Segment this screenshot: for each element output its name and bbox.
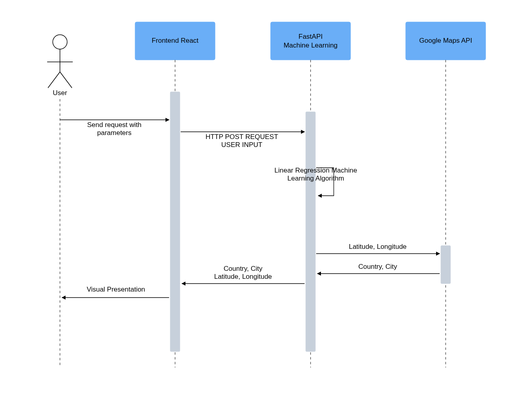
msg2-line2: USER INPUT	[221, 141, 263, 149]
participant-fastapi: FastAPI Machine Learning	[271, 22, 351, 367]
message-fastapi-to-gmaps: Latitude, Longitude	[316, 243, 440, 254]
message-frontend-to-fastapi: HTTP POST REQUEST USER INPUT	[181, 132, 305, 149]
message-user-to-frontend: Send request with parameters	[60, 120, 169, 137]
message-gmaps-to-fastapi: Country, City	[317, 263, 440, 274]
participant-gmaps-label: Google Maps API	[419, 37, 472, 44]
svg-rect-11	[306, 112, 315, 351]
svg-line-4	[60, 72, 72, 88]
participant-fastapi-label-line2: Machine Learning	[283, 42, 337, 49]
svg-rect-8	[170, 92, 180, 351]
message-fastapi-self: Linear Regression Machine Learning Algor…	[275, 167, 357, 196]
svg-point-0	[53, 35, 67, 49]
svg-line-3	[48, 72, 60, 88]
svg-rect-9	[271, 22, 351, 60]
participant-gmaps: Google Maps API	[406, 22, 486, 367]
sequence-diagram: User Frontend React FastAPI Machine Lear…	[0, 0, 532, 413]
msg4: Country, City	[359, 263, 397, 270]
participant-frontend: Frontend React	[135, 22, 215, 367]
msg1-line1: Send request with	[87, 121, 141, 129]
participant-frontend-label: Frontend React	[151, 37, 198, 44]
participant-fastapi-label-line1: FastAPI	[299, 33, 323, 40]
actor-user-label: User	[53, 89, 67, 97]
msg2-line1: HTTP POST REQUEST	[205, 133, 278, 141]
svg-rect-14	[441, 246, 450, 284]
msg5-line1: Country, City	[224, 265, 263, 272]
message-fastapi-to-frontend: Country, City Latitude, Longitude	[182, 265, 305, 284]
message-frontend-to-user: Visual Presentation	[62, 286, 169, 298]
msg5-line2: Latitude, Longitude	[214, 273, 272, 280]
actor-user: User	[47, 35, 73, 367]
self-line2: Learning Algorithm	[287, 175, 344, 182]
msg6: Visual Presentation	[87, 286, 145, 293]
diagram-svg: User Frontend React FastAPI Machine Lear…	[0, 0, 532, 413]
self-line1: Linear Regression Machine	[275, 167, 357, 174]
msg1-line2: parameters	[97, 129, 132, 137]
msg3: Latitude, Longitude	[349, 243, 407, 250]
